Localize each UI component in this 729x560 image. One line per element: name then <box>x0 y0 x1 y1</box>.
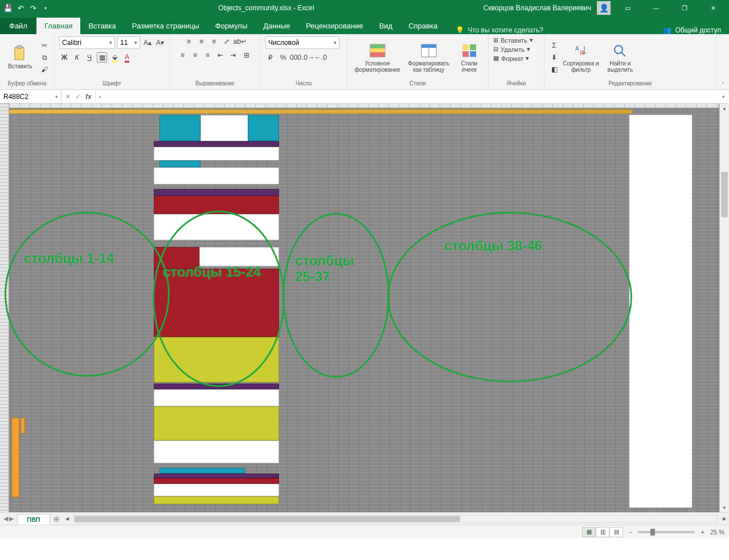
expand-formula-bar-icon[interactable]: ▾ <box>718 90 729 103</box>
copy-icon[interactable]: ⧉ <box>39 52 50 63</box>
increase-indent-icon[interactable]: ⇥ <box>228 50 238 60</box>
font-size-combo[interactable]: 11 <box>117 36 140 49</box>
enter-formula-icon[interactable]: ✓ <box>75 93 81 101</box>
cell-styles-button[interactable]: Стили ячеек <box>455 42 484 73</box>
zoom-level[interactable]: 25 % <box>710 529 724 536</box>
paste-button[interactable]: Вставить <box>5 45 36 69</box>
minimize-button[interactable]: — <box>645 0 667 16</box>
worksheet-grid[interactable]: столбцы 1-14 столбцы 15-24 столбцы 25-37… <box>0 104 729 512</box>
align-left-icon[interactable]: ≡ <box>178 50 188 60</box>
number-format-combo[interactable]: Числовой <box>265 36 339 49</box>
scroll-up-icon[interactable]: ▲ <box>720 104 729 113</box>
column-headers[interactable] <box>9 104 719 108</box>
redo-icon[interactable]: ↷ <box>28 3 38 13</box>
cell-block <box>154 189 279 196</box>
delete-cells-button[interactable]: ⊟Удалить▾ <box>493 46 530 53</box>
normal-view-button[interactable]: ▦ <box>582 527 596 537</box>
share-button[interactable]: Общий доступ <box>675 26 721 34</box>
increase-decimal-icon[interactable]: .0→ <box>303 52 313 63</box>
scroll-thumb[interactable] <box>721 172 728 217</box>
sort-filter-button[interactable]: AЯ Сортировка и фильтр <box>563 42 599 73</box>
hscroll-left-icon[interactable]: ◀ <box>63 516 72 521</box>
horizontal-scrollbar[interactable] <box>74 515 718 523</box>
align-top-icon[interactable]: ≡ <box>184 36 194 47</box>
tab-formulas[interactable]: Формулы <box>207 18 256 34</box>
insert-cells-button[interactable]: ⊞Вставить▾ <box>493 36 533 44</box>
file-tab[interactable]: Файл <box>0 18 36 34</box>
scroll-down-icon[interactable]: ▼ <box>720 503 729 512</box>
format-as-table-button[interactable]: Форматировать как таблицу <box>406 42 451 73</box>
conditional-formatting-button[interactable]: Условное форматирование <box>352 42 403 73</box>
zoom-out-button[interactable]: − <box>629 529 632 536</box>
insert-function-icon[interactable]: fx <box>85 93 92 101</box>
find-select-button[interactable]: Найти и выделить <box>603 42 638 73</box>
autosum-icon[interactable]: Σ <box>549 40 559 51</box>
svg-rect-3 <box>370 44 385 48</box>
group-cells-label: Ячейки <box>489 80 544 89</box>
decrease-indent-icon[interactable]: ⇤ <box>215 50 226 60</box>
format-cells-button[interactable]: ▦Формат▾ <box>493 55 529 62</box>
page-break-view-button[interactable]: ▤ <box>609 527 623 537</box>
clear-icon[interactable]: ◧ <box>549 64 559 75</box>
wrap-text-button[interactable]: ab↵ <box>234 36 247 47</box>
tab-home[interactable]: Главная <box>36 18 80 34</box>
accounting-format-icon[interactable]: ₽ <box>265 52 276 63</box>
bold-button[interactable]: Ж <box>59 52 69 63</box>
page-layout-view-button[interactable]: ▥ <box>596 527 609 537</box>
zoom-slider[interactable] <box>638 531 695 533</box>
italic-button[interactable]: К <box>72 52 82 63</box>
sheet-tab-active[interactable]: ПВП <box>17 514 50 525</box>
zoom-slider-knob[interactable] <box>650 529 655 536</box>
font-color-icon[interactable]: A <box>122 52 132 63</box>
tab-review[interactable]: Рецензирование <box>298 18 371 34</box>
formula-bar[interactable]: - <box>96 90 718 103</box>
svg-rect-5 <box>370 52 385 57</box>
tab-nav-prev-icon[interactable]: ◀ <box>3 515 8 522</box>
hscroll-right-icon[interactable]: ▶ <box>720 516 729 521</box>
ribbon-display-options-icon[interactable]: ▭ <box>616 0 639 16</box>
fill-color-icon[interactable]: ⬙ <box>109 52 120 63</box>
save-icon[interactable]: 💾 <box>3 3 13 13</box>
fill-icon[interactable]: ⬇ <box>549 52 559 63</box>
hscroll-thumb[interactable] <box>75 516 460 522</box>
underline-button[interactable]: Ч <box>84 52 95 63</box>
undo-icon[interactable]: ↶ <box>16 3 25 13</box>
comma-format-icon[interactable]: 000 <box>290 52 301 63</box>
align-center-icon[interactable]: ≡ <box>190 50 200 60</box>
tell-me-bulb-icon[interactable]: 💡 <box>456 26 464 34</box>
format-painter-icon[interactable]: 🖌 <box>39 64 50 75</box>
tab-help[interactable]: Справка <box>400 18 445 34</box>
cell-block <box>154 496 279 504</box>
annotation-label-1: столбцы 1-14 <box>24 250 114 266</box>
tell-me-input[interactable]: Что вы хотите сделать? <box>468 26 543 34</box>
orientation-icon[interactable]: ⤢ <box>222 36 232 47</box>
merge-cells-button[interactable]: ⊞ <box>240 50 253 60</box>
increase-font-icon[interactable]: A▴ <box>142 38 153 48</box>
align-middle-icon[interactable]: ≡ <box>196 36 207 47</box>
tab-view[interactable]: Вид <box>371 18 401 34</box>
decrease-decimal-icon[interactable]: ←.0 <box>316 52 326 63</box>
cancel-formula-icon[interactable]: ✕ <box>65 93 71 101</box>
collapse-ribbon-icon[interactable]: ˄ <box>716 34 729 89</box>
user-avatar-icon[interactable]: 👤 <box>597 1 611 15</box>
cell-block <box>159 160 200 167</box>
close-button[interactable]: ✕ <box>702 0 724 16</box>
zoom-in-button[interactable]: + <box>701 529 704 536</box>
new-sheet-button[interactable]: ⊕ <box>50 514 63 524</box>
tab-nav-next-icon[interactable]: ▶ <box>9 515 14 522</box>
decrease-font-icon[interactable]: A▾ <box>155 38 165 48</box>
percent-format-icon[interactable]: % <box>278 52 288 63</box>
vertical-scrollbar[interactable]: ▲ ▼ <box>719 104 729 512</box>
tab-page-layout[interactable]: Разметка страницы <box>124 18 207 34</box>
align-right-icon[interactable]: ≡ <box>203 50 213 60</box>
tab-data[interactable]: Данные <box>255 18 298 34</box>
font-name-combo[interactable]: Calibri <box>59 36 115 49</box>
borders-icon[interactable]: ▦ <box>97 52 107 63</box>
cut-icon[interactable]: ✂ <box>39 40 50 51</box>
maximize-button[interactable]: ❐ <box>673 0 696 16</box>
tab-insert[interactable]: Вставка <box>80 18 124 34</box>
share-icon[interactable]: 👥 <box>663 26 671 34</box>
name-box[interactable]: R488C2 <box>0 90 62 103</box>
align-bottom-icon[interactable]: ≡ <box>209 36 219 47</box>
qat-customize-icon[interactable]: ▾ <box>41 3 50 13</box>
